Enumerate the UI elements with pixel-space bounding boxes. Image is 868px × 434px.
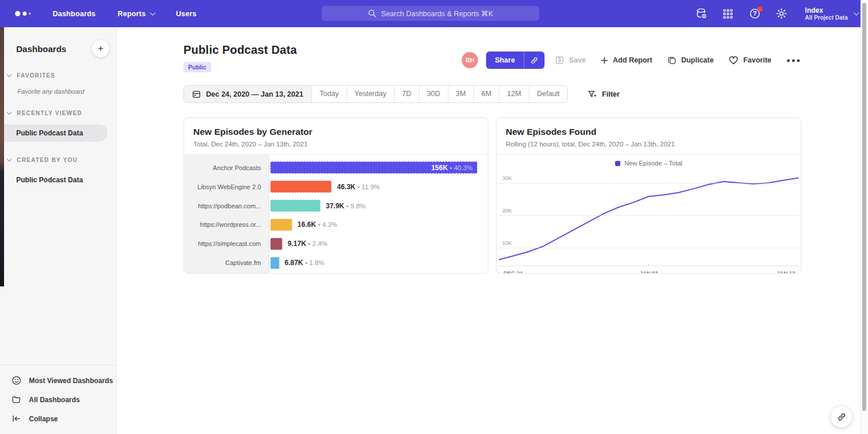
window-edge-strip (0, 27, 4, 286)
date-preset-yesterday[interactable]: Yesterday (347, 86, 394, 102)
save-icon (555, 56, 564, 65)
duplicate-icon (667, 56, 676, 65)
duplicate-button[interactable]: Duplicate (667, 56, 713, 65)
collapse-sidebar-button[interactable]: Collapse (0, 409, 116, 428)
data-management-icon[interactable] (695, 8, 708, 20)
scrollbar-thumb[interactable] (862, 3, 866, 411)
sidebar-item-public-podcast-data-2[interactable]: Public Podcast Data (0, 171, 116, 189)
recently-viewed-section-header[interactable]: RECENTLY VIEWED (0, 110, 116, 116)
bar-value-label: 46.3K • 11.9% (337, 183, 380, 191)
bar-segment[interactable] (270, 257, 279, 269)
gridline (499, 248, 799, 248)
sidebar-item-public-podcast-data[interactable]: Public Podcast Data (0, 124, 108, 142)
date-controls-row: Dec 24, 2020 — Jan 13, 2021 TodayYesterd… (183, 85, 801, 103)
main-content: Public Podcast Data Public RH Share Save (117, 27, 868, 434)
line-chart-legend: New Episode – Total (496, 155, 801, 167)
bar-segment[interactable] (270, 238, 282, 250)
x-tick-jan13: JAN 13 (777, 270, 795, 274)
bar-value-label: 16.6K • 4.3% (297, 220, 337, 229)
add-dashboard-button[interactable]: + (92, 40, 109, 57)
search-icon (368, 9, 376, 17)
sidebar-title: Dashboards (16, 44, 67, 54)
date-preset-default[interactable]: Default (529, 86, 568, 102)
project-selector[interactable]: Index All Project Data (805, 6, 858, 21)
add-report-button[interactable]: Add Report (601, 56, 652, 64)
share-button[interactable]: Share (486, 52, 524, 69)
bar-segment[interactable] (270, 219, 292, 231)
bar-category-label: Captivate.fm (184, 259, 269, 266)
project-subtitle: All Project Data (805, 14, 848, 21)
share-link-button[interactable] (524, 52, 545, 69)
bar-row: https://podbean.com...37.9K • 9.8% (184, 198, 488, 214)
all-dashboards-label: All Dashboards (29, 396, 80, 404)
bar-segment[interactable] (270, 181, 332, 193)
save-button[interactable]: Save (555, 56, 586, 65)
settings-icon[interactable] (775, 8, 788, 20)
favorite-button[interactable]: Favorite (729, 56, 771, 65)
card-new-episodes-found: New Episodes Found Rolling (12 hours), t… (496, 117, 801, 274)
bar-segment[interactable]: 156K • 40.3% (270, 161, 477, 174)
created-by-you-section-header[interactable]: CREATED BY YOU (0, 157, 116, 163)
more-options-button[interactable]: ●●● (786, 57, 801, 64)
search-input[interactable]: Search Dashboards & Reports ⌘K (322, 6, 539, 21)
date-preset-6m[interactable]: 6M (473, 86, 499, 102)
bar-chart-subtitle: Total, Dec 24th, 2020 – Jan 13th, 2021 (193, 141, 479, 148)
bar-row: Captivate.fm6.87K • 1.8% (184, 255, 488, 271)
favorites-empty-text: Favorite any dashboard (0, 79, 116, 95)
chevron-down-icon (7, 157, 12, 161)
chevron-down-icon (150, 10, 156, 16)
chevron-down-icon (7, 110, 12, 115)
section-created-by-you: CREATED BY YOU Public Podcast Data (0, 157, 116, 189)
bar-category-label: Anchor Podcasts (184, 164, 269, 171)
bar-row: Libsyn WebEngine 2.046.3K • 11.9% (184, 179, 488, 195)
chevron-down-icon (854, 10, 859, 16)
heart-icon (729, 56, 738, 65)
avatar[interactable]: RH (462, 52, 478, 68)
collapse-label: Collapse (29, 415, 58, 423)
calendar-icon (192, 90, 201, 98)
recently-viewed-label: RECENTLY VIEWED (17, 110, 82, 116)
app-logo[interactable] (15, 11, 31, 16)
card-new-episodes-by-generator: New Episodes by Generator Total, Dec 24t… (183, 117, 488, 274)
date-range-label: Dec 24, 2020 — Jan 13, 2021 (206, 90, 303, 98)
section-favorites: FAVORITES Favorite any dashboard (0, 72, 116, 95)
svg-text:?: ? (753, 10, 756, 17)
gridline (499, 215, 799, 216)
nav-dashboards[interactable]: Dashboards (53, 10, 95, 18)
line-chart-subtitle: Rolling (12 hours), total, Dec 24th, 202… (506, 141, 792, 148)
favorites-section-header[interactable]: FAVORITES (0, 72, 116, 79)
date-preset-7d[interactable]: 7D (394, 86, 419, 102)
sidebar: Dashboards + FAVORITES Favorite any dash… (0, 27, 117, 434)
date-range-button[interactable]: Dec 24, 2020 — Jan 13, 2021 (184, 86, 311, 102)
bar-value-label: 9.17K • 2.4% (288, 240, 328, 248)
bar-chart: Anchor Podcasts156K • 40.3%Libsyn WebEng… (184, 155, 488, 274)
nav-reports[interactable]: Reports (117, 10, 154, 18)
copy-link-floating-button[interactable] (830, 406, 852, 428)
apps-grid-icon[interactable] (722, 8, 734, 20)
nav-users[interactable]: Users (176, 10, 197, 18)
line-chart-title: New Episodes Found (506, 127, 792, 137)
date-preset-30d[interactable]: 30D (419, 86, 448, 102)
bar-segment[interactable] (270, 200, 321, 212)
line-chart-plot: 10K20K30K (499, 172, 799, 266)
filter-button[interactable]: Filter (587, 90, 620, 99)
save-label: Save (569, 56, 586, 64)
y-axis-label: 20K (502, 207, 512, 214)
legend-swatch (615, 161, 620, 166)
public-badge: Public (183, 62, 211, 72)
date-range-control: Dec 24, 2020 — Jan 13, 2021 TodayYesterd… (183, 85, 568, 103)
all-dashboards-link[interactable]: All Dashboards (0, 390, 116, 409)
notification-badge (757, 6, 763, 12)
help-icon[interactable]: ? (748, 8, 761, 20)
favorites-label: FAVORITES (17, 72, 56, 79)
bar-value-label: 37.9K • 9.8% (326, 202, 366, 210)
most-viewed-dashboards-link[interactable]: Most Viewed Dashboards (0, 371, 116, 390)
search-placeholder: Search Dashboards & Reports ⌘K (381, 9, 494, 18)
bar-category-label: https://wordpress.or... (184, 221, 269, 228)
line-series (499, 172, 799, 266)
date-preset-3m[interactable]: 3M (448, 86, 473, 102)
created-by-you-label: CREATED BY YOU (17, 157, 78, 163)
date-preset-today[interactable]: Today (311, 86, 346, 102)
date-preset-12m[interactable]: 12M (499, 86, 528, 102)
x-tick-jan03: JAN 03 (639, 270, 658, 274)
